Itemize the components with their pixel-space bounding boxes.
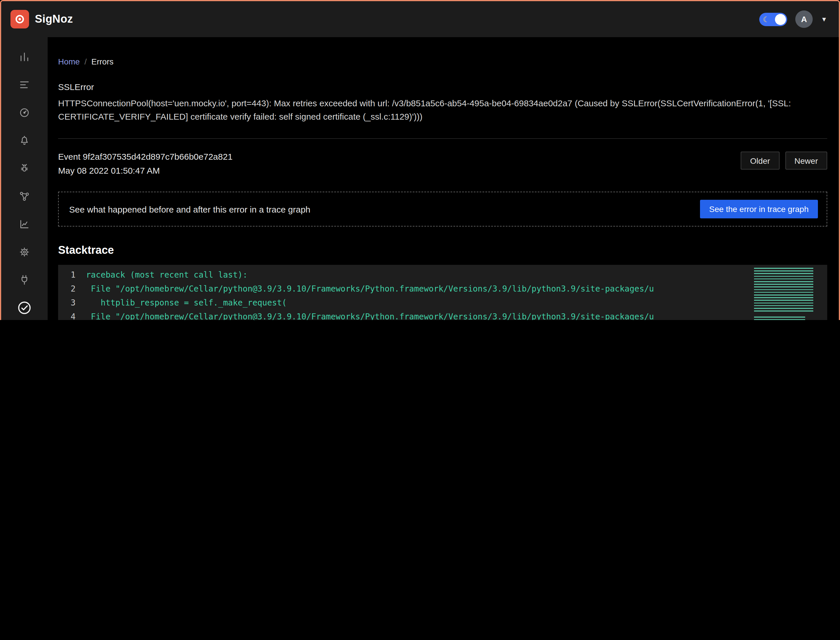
sidebar-item-exceptions[interactable]	[11, 156, 37, 181]
main-content: Home / Errors SSLError HTTPSConnectionPo…	[48, 37, 839, 320]
sidebar-item-version-status[interactable]	[11, 295, 37, 320]
code-line: 3 httplib_response = self._make_request(	[58, 296, 827, 310]
stacktrace-title: Stacktrace	[58, 244, 827, 257]
breadcrumb-separator: /	[85, 57, 87, 66]
signoz-logo[interactable]	[10, 10, 29, 29]
newer-button[interactable]: Newer	[785, 152, 827, 170]
settings-gear-icon	[19, 246, 30, 258]
sidebar-item-integrations[interactable]	[11, 267, 37, 292]
moon-icon: ☾	[763, 14, 770, 25]
user-avatar[interactable]: A	[795, 10, 813, 28]
trace-graph-banner: See what happened before and after this …	[58, 192, 827, 227]
breadcrumb-home-link[interactable]: Home	[58, 57, 80, 66]
app-window: SigNoz ☾ A ▼	[0, 0, 840, 320]
code-line: 4 File "/opt/homebrew/Cellar/python@3.9/…	[58, 310, 827, 320]
align-left-icon	[19, 79, 30, 90]
minimap-block	[754, 317, 805, 320]
code-minimap[interactable]	[754, 268, 813, 320]
theme-toggle[interactable]: ☾	[759, 13, 787, 26]
error-message: HTTPSConnectionPool(host='uen.mocky.io',…	[58, 96, 827, 123]
breadcrumb: Home / Errors	[58, 57, 827, 66]
event-timestamp: May 08 2022 01:50:47 AM	[58, 165, 233, 175]
event-id: Event 9f2af307535d42d897c7b66b0e72a821	[58, 152, 233, 162]
sidebar-nav	[1, 37, 48, 320]
sidebar-item-service-map[interactable]	[11, 184, 37, 208]
section-divider	[58, 138, 827, 139]
top-header: SigNoz ☾ A ▼	[1, 1, 839, 37]
sidebar-item-traces[interactable]	[11, 72, 37, 97]
brand-name: SigNoz	[35, 13, 73, 26]
sidebar-item-dashboards[interactable]	[11, 100, 37, 125]
minimap-block	[754, 268, 813, 313]
toggle-knob	[775, 14, 786, 25]
code-line: 1raceback (most recent call last):	[58, 268, 827, 282]
plug-icon	[19, 274, 30, 285]
older-button[interactable]: Older	[741, 152, 779, 170]
user-menu-caret-icon[interactable]: ▼	[821, 16, 827, 22]
sidebar-item-services[interactable]	[11, 44, 37, 69]
sidebar-item-usage-explorer[interactable]	[11, 211, 37, 236]
alerts-bell-icon	[19, 134, 30, 146]
eye-icon	[13, 13, 26, 26]
breadcrumb-current: Errors	[91, 57, 114, 66]
sidebar-item-settings[interactable]	[11, 239, 37, 264]
line-chart-icon	[19, 218, 30, 230]
code-line: 2 File "/opt/homebrew/Cellar/python@3.9/…	[58, 282, 827, 296]
service-map-icon	[19, 190, 30, 202]
see-error-in-trace-graph-button[interactable]: See the error in trace graph	[700, 200, 818, 218]
dashboard-icon	[19, 107, 30, 118]
trace-banner-text: See what happened before and after this …	[67, 204, 310, 214]
sidebar-item-alerts[interactable]	[11, 128, 37, 153]
check-circle-icon	[17, 300, 32, 315]
bar-chart-icon	[19, 51, 30, 62]
bug-icon	[19, 162, 30, 174]
stacktrace-code-block[interactable]: 1raceback (most recent call last): 2 Fil…	[58, 265, 827, 320]
event-section: Event 9f2af307535d42d897c7b66b0e72a821 M…	[58, 152, 827, 175]
error-type: SSLError	[58, 82, 827, 92]
